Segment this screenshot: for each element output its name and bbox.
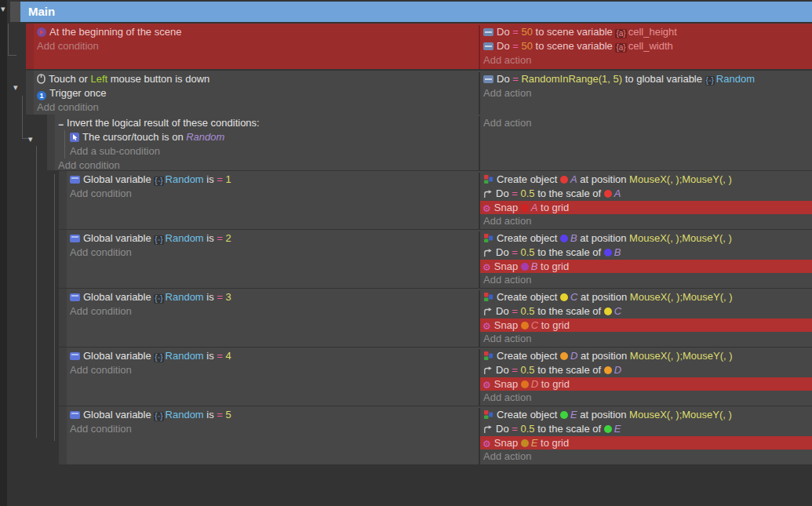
event-row[interactable]: Do = RandomInRange(1, 5) to global varia… [480, 72, 812, 86]
event-block[interactable]: Global variable {◦}Random is = 1Add cond… [59, 171, 812, 229]
add-link[interactable]: Add action [483, 117, 531, 129]
token-text: Random [166, 232, 204, 244]
object-name: D [531, 378, 538, 390]
add-link[interactable]: Add action [483, 450, 531, 462]
event-drag-handle[interactable] [59, 230, 67, 288]
event-row[interactable]: −Invert the logical result of these cond… [55, 116, 479, 130]
event-row[interactable]: Do = 0.5 to the scale of D [480, 363, 812, 377]
add-link[interactable]: Add a sub-condition [70, 145, 160, 157]
token-text: at position [577, 232, 630, 244]
event-block[interactable]: Global variable {◦}Random is = 3Add cond… [59, 289, 812, 347]
token-text: Create object [497, 173, 560, 185]
token-text: MouseX(, );MouseY(, ) [629, 232, 732, 244]
add-link-row[interactable]: Add action [480, 116, 812, 130]
add-link-row[interactable]: Add action [480, 391, 812, 405]
event-row[interactable]: Do = 0.5 to the scale of A [480, 187, 812, 201]
add-link-row[interactable]: Add action [480, 450, 812, 464]
create-object-icon [483, 351, 493, 361]
token-text: is [204, 173, 217, 185]
add-link-row[interactable]: Add action [480, 86, 812, 100]
collapse-caret[interactable]: ▾ [28, 135, 33, 144]
event-row[interactable]: 1Trigger once [34, 86, 479, 100]
event-block[interactable]: Global variable {◦}Random is = 4Add cond… [59, 348, 812, 406]
event-drag-handle[interactable] [47, 115, 55, 170]
add-link[interactable]: Add condition [70, 305, 132, 317]
event-row[interactable]: Do = 50 to scene variable {a}cell_width [480, 39, 812, 53]
event-block[interactable]: −Invert the logical result of these cond… [47, 115, 812, 170]
add-link[interactable]: Add condition [37, 40, 99, 52]
action-row-selected[interactable]: ⚙Snap D to grid [480, 377, 812, 391]
event-block[interactable]: Global variable {◦}Random is = 2Add cond… [59, 230, 812, 288]
snap-icon: ⚙ [482, 204, 491, 213]
add-link-row[interactable]: Add condition [55, 158, 479, 170]
add-link-row[interactable]: Add condition [34, 39, 479, 53]
event-row[interactable]: Create object C at position MouseX(, );M… [480, 290, 812, 304]
collapse-caret[interactable]: ▾ [13, 83, 18, 92]
event-row[interactable]: Global variable {◦}Random is = 5 [67, 408, 479, 422]
event-row[interactable]: Global variable {◦}Random is = 1 [67, 173, 479, 187]
event-row[interactable]: Global variable {◦}Random is = 4 [67, 349, 479, 363]
action-row-selected[interactable]: ⚙Snap C to grid [480, 319, 812, 332]
event-drag-handle[interactable] [26, 24, 34, 69]
action-row-selected[interactable]: ⚙Snap B to grid [480, 260, 812, 273]
event-row[interactable]: Create object D at position MouseX(, );M… [480, 349, 812, 363]
add-link-row[interactable]: Add condition [67, 304, 479, 319]
event-row[interactable]: Create object A at position MouseX(, );M… [480, 173, 812, 187]
global-variable-icon [70, 352, 80, 360]
object-color-dot [604, 190, 612, 198]
token-text: Create object [497, 232, 560, 244]
event-row[interactable]: Do = 0.5 to the scale of B [480, 246, 812, 260]
add-link[interactable]: Add condition [58, 159, 120, 170]
event-block[interactable]: Global variable {◦}Random is = 5Add cond… [59, 406, 812, 464]
event-block[interactable]: Touch or Left mouse button is down1Trigg… [26, 71, 812, 115]
add-link-row[interactable]: Add condition [67, 187, 479, 201]
events-group-header[interactable]: Main [20, 2, 812, 22]
event-row[interactable]: Global variable {◦}Random is = 3 [67, 290, 479, 304]
token-text: to the scale of [535, 246, 604, 258]
event-drag-handle[interactable] [59, 171, 67, 229]
event-row[interactable]: At the beginning of the scene [34, 25, 479, 39]
add-link[interactable]: Add action [483, 391, 531, 403]
add-link[interactable]: Add action [483, 274, 531, 286]
token-text: to the scale of [535, 187, 604, 199]
event-row[interactable]: Global variable {◦}Random is = 2 [67, 231, 479, 246]
event-drag-handle[interactable] [59, 406, 67, 464]
collapse-caret[interactable]: ▾ [1, 5, 5, 13]
event-drag-handle[interactable] [59, 348, 67, 406]
action-row-selected[interactable]: ⚙Snap E to grid [480, 436, 812, 450]
add-link[interactable]: Add action [483, 54, 531, 66]
add-link[interactable]: Add action [483, 215, 531, 227]
add-link[interactable]: Add condition [70, 423, 132, 435]
add-link-row[interactable]: Add condition [34, 100, 479, 115]
add-link[interactable]: Add action [483, 87, 531, 99]
event-drag-handle[interactable] [26, 71, 34, 115]
event-drag-handle[interactable] [59, 289, 67, 347]
token-text: Do [496, 246, 512, 258]
event-row[interactable]: Do = 0.5 to the scale of E [480, 422, 812, 436]
event-row[interactable]: The cursor/touch is on Random [64, 130, 479, 144]
event-row[interactable]: Create object E at position MouseX(, );M… [480, 408, 812, 422]
add-link-row[interactable]: Add action [480, 214, 812, 228]
event-row[interactable]: Create object B at position MouseX(, );M… [480, 231, 812, 246]
add-link-row[interactable]: Add a sub-condition [64, 144, 479, 158]
group-header-handle[interactable] [10, 2, 20, 22]
add-link[interactable]: Add condition [37, 101, 99, 113]
add-link-row[interactable]: Add action [480, 53, 812, 67]
event-row[interactable]: Touch or Left mouse button is down [34, 72, 479, 86]
event-row[interactable]: Do = 50 to scene variable {a}cell_height [480, 25, 812, 39]
add-link-row[interactable]: Add condition [67, 246, 479, 260]
snap-icon: ⚙ [482, 322, 491, 331]
event-row[interactable]: Do = 0.5 to the scale of C [480, 304, 812, 319]
add-link-row[interactable]: Add action [480, 273, 812, 287]
event-block[interactable]: At the beginning of the sceneAdd conditi… [26, 24, 812, 69]
add-link[interactable]: Add condition [70, 187, 132, 199]
add-link[interactable]: Add action [483, 333, 531, 344]
add-link-row[interactable]: Add action [480, 332, 812, 346]
token-text: Global variable [83, 291, 154, 303]
add-link-row[interactable]: Add condition [67, 363, 479, 377]
add-link[interactable]: Add condition [70, 364, 132, 376]
action-row-selected[interactable]: ⚙Snap A to grid [480, 201, 812, 214]
add-link[interactable]: Add condition [70, 246, 132, 258]
actions-column: Create object D at position MouseX(, );M… [480, 349, 812, 406]
add-link-row[interactable]: Add condition [67, 422, 479, 436]
